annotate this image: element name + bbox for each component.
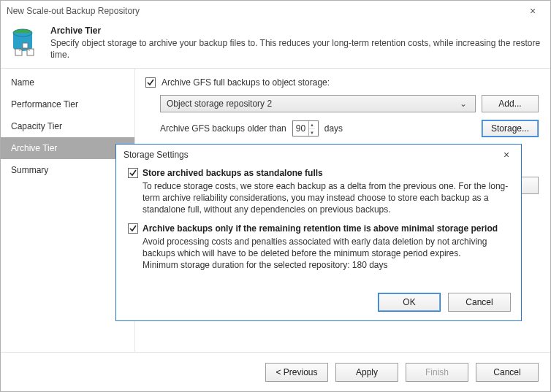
add-repository-button[interactable]: Add... [482,95,539,112]
older-row: Archive GFS backups older than 90 ▲ ▼ da… [160,120,539,137]
retention-threshold-note: Minimum storage duration for the selecte… [142,259,509,271]
ok-button[interactable]: OK [378,293,441,312]
chevron-down-icon: ⌄ [457,99,469,109]
header: Archive Tier Specify object storage to a… [1,21,550,69]
retention-threshold-label: Archive backups only if the remaining re… [142,223,498,234]
nav-archive-tier[interactable]: Archive Tier [1,137,134,159]
storage-settings-dialog: Storage Settings × Store archived backup… [115,144,522,321]
dialog-footer: OK Cancel [116,287,521,320]
add-button-label: Add... [498,99,521,109]
repository-combo-value: Object storage repository 2 [167,99,457,109]
dialog-cancel-label: Cancel [466,297,493,307]
older-suffix: days [324,123,343,134]
titlebar: New Scale-out Backup Repository × [1,1,550,21]
repo-row: Object storage repository 2 ⌄ Add... [160,95,539,112]
retention-threshold-desc: Avoid processing costs and penalties ass… [142,236,509,259]
opt-standalone-fulls: Store archived backups as standalone ful… [128,168,509,216]
archive-checkbox-label: Archive GFS full backups to object stora… [162,77,330,88]
apply-button[interactable]: Apply [335,363,398,382]
wizard-window: New Scale-out Backup Repository × Archiv… [0,0,551,392]
archive-checkbox[interactable] [145,77,156,88]
dialog-body: Store archived backups as standalone ful… [116,165,521,287]
nav-capacity-tier[interactable]: Capacity Tier [1,115,134,137]
header-text: Archive Tier Specify object storage to a… [50,26,542,61]
repository-combo[interactable]: Object storage repository 2 ⌄ [160,95,476,112]
standalone-fulls-label: Store archived backups as standalone ful… [142,168,323,178]
nav-name[interactable]: Name [1,72,134,93]
spin-controls[interactable]: ▲ ▼ [308,121,315,136]
dialog-cancel-button[interactable]: Cancel [448,293,511,312]
previous-button[interactable]: < Previous [265,363,328,382]
days-value: 90 [296,123,305,134]
ok-label: OK [403,297,415,307]
cancel-button[interactable]: Cancel [476,363,539,382]
older-prefix: Archive GFS backups older than [160,123,286,134]
page-subtitle: Specify object storage to archive your b… [50,37,542,61]
cancel-label: Cancel [493,367,520,377]
retention-threshold-checkbox[interactable] [128,223,138,234]
finish-label: Finish [425,367,449,377]
storage-button-label: Storage... [491,123,529,134]
apply-label: Apply [356,367,378,377]
spin-down-icon[interactable]: ▼ [309,129,315,137]
footer: < Previous Apply Finish Cancel [1,352,550,391]
archive-toggle-row: Archive GFS full backups to object stora… [145,77,539,88]
repository-icon [10,26,43,59]
standalone-fulls-checkbox[interactable] [128,168,138,178]
dialog-title: Storage Settings [123,150,499,160]
storage-button[interactable]: Storage... [482,120,539,137]
svg-rect-6 [23,43,28,48]
dialog-titlebar: Storage Settings × [116,145,521,165]
spin-up-icon[interactable]: ▲ [309,121,315,129]
page-title: Archive Tier [50,26,542,36]
previous-label: < Previous [276,367,317,377]
nav-summary[interactable]: Summary [1,159,134,181]
opt-retention-threshold: Archive backups only if the remaining re… [128,223,509,272]
nav-performance-tier[interactable]: Performance Tier [1,93,134,115]
standalone-fulls-desc: To reduce storage costs, we store each b… [142,180,509,216]
window-close-button[interactable]: × [521,5,544,17]
dialog-close-button[interactable]: × [499,149,514,161]
days-spinbox[interactable]: 90 ▲ ▼ [292,120,319,137]
window-title: New Scale-out Backup Repository [7,6,521,16]
finish-button: Finish [406,363,468,382]
